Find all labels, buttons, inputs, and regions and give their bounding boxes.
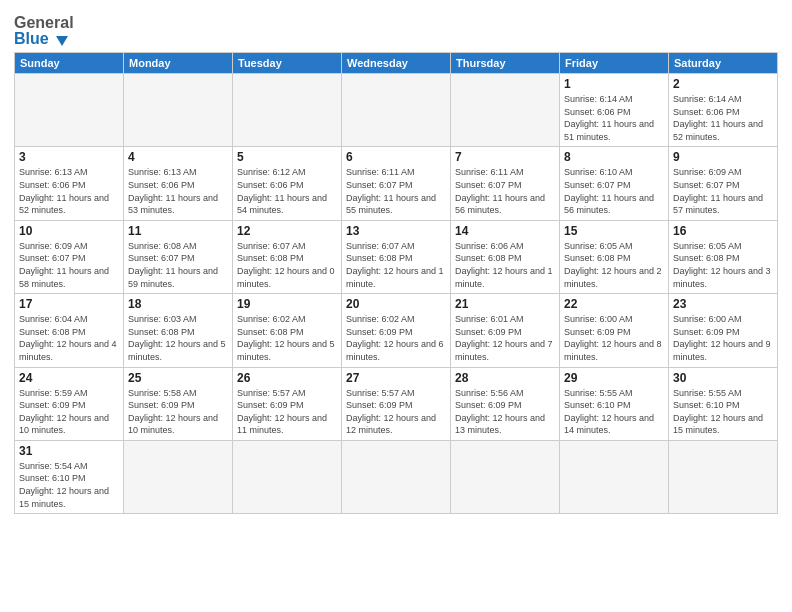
calendar-cell: 24Sunrise: 5:59 AM Sunset: 6:09 PM Dayli… (15, 367, 124, 440)
day-info: Sunrise: 5:57 AM Sunset: 6:09 PM Dayligh… (346, 387, 446, 437)
day-info: Sunrise: 5:54 AM Sunset: 6:10 PM Dayligh… (19, 460, 119, 510)
calendar-cell: 3Sunrise: 6:13 AM Sunset: 6:06 PM Daylig… (15, 147, 124, 220)
day-number: 22 (564, 297, 664, 311)
calendar-cell (669, 440, 778, 513)
calendar-cell (233, 440, 342, 513)
calendar-cell: 6Sunrise: 6:11 AM Sunset: 6:07 PM Daylig… (342, 147, 451, 220)
day-number: 5 (237, 150, 337, 164)
calendar-cell: 19Sunrise: 6:02 AM Sunset: 6:08 PM Dayli… (233, 294, 342, 367)
day-info: Sunrise: 6:03 AM Sunset: 6:08 PM Dayligh… (128, 313, 228, 363)
calendar-cell: 26Sunrise: 5:57 AM Sunset: 6:09 PM Dayli… (233, 367, 342, 440)
day-info: Sunrise: 5:56 AM Sunset: 6:09 PM Dayligh… (455, 387, 555, 437)
calendar-cell (124, 440, 233, 513)
day-number: 15 (564, 224, 664, 238)
day-info: Sunrise: 6:12 AM Sunset: 6:06 PM Dayligh… (237, 166, 337, 216)
calendar-cell: 23Sunrise: 6:00 AM Sunset: 6:09 PM Dayli… (669, 294, 778, 367)
day-number: 30 (673, 371, 773, 385)
calendar-cell: 18Sunrise: 6:03 AM Sunset: 6:08 PM Dayli… (124, 294, 233, 367)
calendar-cell (15, 74, 124, 147)
calendar-cell: 20Sunrise: 6:02 AM Sunset: 6:09 PM Dayli… (342, 294, 451, 367)
day-info: Sunrise: 6:11 AM Sunset: 6:07 PM Dayligh… (455, 166, 555, 216)
day-number: 28 (455, 371, 555, 385)
calendar-cell: 27Sunrise: 5:57 AM Sunset: 6:09 PM Dayli… (342, 367, 451, 440)
day-info: Sunrise: 6:06 AM Sunset: 6:08 PM Dayligh… (455, 240, 555, 290)
day-number: 17 (19, 297, 119, 311)
calendar-cell: 8Sunrise: 6:10 AM Sunset: 6:07 PM Daylig… (560, 147, 669, 220)
day-info: Sunrise: 6:13 AM Sunset: 6:06 PM Dayligh… (128, 166, 228, 216)
day-info: Sunrise: 6:11 AM Sunset: 6:07 PM Dayligh… (346, 166, 446, 216)
day-info: Sunrise: 6:14 AM Sunset: 6:06 PM Dayligh… (564, 93, 664, 143)
day-info: Sunrise: 5:58 AM Sunset: 6:09 PM Dayligh… (128, 387, 228, 437)
weekday-sunday: Sunday (15, 53, 124, 74)
calendar-cell: 12Sunrise: 6:07 AM Sunset: 6:08 PM Dayli… (233, 220, 342, 293)
calendar-cell: 21Sunrise: 6:01 AM Sunset: 6:09 PM Dayli… (451, 294, 560, 367)
calendar-cell: 2Sunrise: 6:14 AM Sunset: 6:06 PM Daylig… (669, 74, 778, 147)
day-number: 14 (455, 224, 555, 238)
calendar-cell: 16Sunrise: 6:05 AM Sunset: 6:08 PM Dayli… (669, 220, 778, 293)
calendar-cell: 7Sunrise: 6:11 AM Sunset: 6:07 PM Daylig… (451, 147, 560, 220)
day-number: 7 (455, 150, 555, 164)
day-number: 23 (673, 297, 773, 311)
calendar-cell: 11Sunrise: 6:08 AM Sunset: 6:07 PM Dayli… (124, 220, 233, 293)
weekday-monday: Monday (124, 53, 233, 74)
calendar-cell: 5Sunrise: 6:12 AM Sunset: 6:06 PM Daylig… (233, 147, 342, 220)
day-info: Sunrise: 6:00 AM Sunset: 6:09 PM Dayligh… (564, 313, 664, 363)
weekday-header-row: SundayMondayTuesdayWednesdayThursdayFrid… (15, 53, 778, 74)
svg-marker-2 (56, 36, 68, 46)
calendar-cell (233, 74, 342, 147)
calendar-cell: 31Sunrise: 5:54 AM Sunset: 6:10 PM Dayli… (15, 440, 124, 513)
calendar-cell: 10Sunrise: 6:09 AM Sunset: 6:07 PM Dayli… (15, 220, 124, 293)
day-number: 19 (237, 297, 337, 311)
day-number: 20 (346, 297, 446, 311)
calendar-cell (451, 440, 560, 513)
day-info: Sunrise: 5:59 AM Sunset: 6:09 PM Dayligh… (19, 387, 119, 437)
calendar-cell: 14Sunrise: 6:06 AM Sunset: 6:08 PM Dayli… (451, 220, 560, 293)
day-number: 4 (128, 150, 228, 164)
day-number: 9 (673, 150, 773, 164)
logo: General Blue (14, 10, 74, 48)
logo-svg: General Blue (14, 10, 74, 48)
day-number: 18 (128, 297, 228, 311)
day-info: Sunrise: 5:57 AM Sunset: 6:09 PM Dayligh… (237, 387, 337, 437)
day-info: Sunrise: 6:10 AM Sunset: 6:07 PM Dayligh… (564, 166, 664, 216)
weekday-thursday: Thursday (451, 53, 560, 74)
day-info: Sunrise: 5:55 AM Sunset: 6:10 PM Dayligh… (564, 387, 664, 437)
day-info: Sunrise: 6:01 AM Sunset: 6:09 PM Dayligh… (455, 313, 555, 363)
day-number: 1 (564, 77, 664, 91)
day-number: 6 (346, 150, 446, 164)
calendar-cell: 17Sunrise: 6:04 AM Sunset: 6:08 PM Dayli… (15, 294, 124, 367)
calendar-cell (342, 74, 451, 147)
day-info: Sunrise: 6:13 AM Sunset: 6:06 PM Dayligh… (19, 166, 119, 216)
day-number: 27 (346, 371, 446, 385)
calendar-cell: 30Sunrise: 5:55 AM Sunset: 6:10 PM Dayli… (669, 367, 778, 440)
calendar-cell: 29Sunrise: 5:55 AM Sunset: 6:10 PM Dayli… (560, 367, 669, 440)
calendar: SundayMondayTuesdayWednesdayThursdayFrid… (14, 52, 778, 514)
day-info: Sunrise: 6:02 AM Sunset: 6:09 PM Dayligh… (346, 313, 446, 363)
day-number: 3 (19, 150, 119, 164)
svg-text:General: General (14, 14, 74, 31)
calendar-cell (124, 74, 233, 147)
day-info: Sunrise: 6:09 AM Sunset: 6:07 PM Dayligh… (673, 166, 773, 216)
calendar-cell: 25Sunrise: 5:58 AM Sunset: 6:09 PM Dayli… (124, 367, 233, 440)
weekday-friday: Friday (560, 53, 669, 74)
day-number: 31 (19, 444, 119, 458)
calendar-cell: 4Sunrise: 6:13 AM Sunset: 6:06 PM Daylig… (124, 147, 233, 220)
day-info: Sunrise: 6:00 AM Sunset: 6:09 PM Dayligh… (673, 313, 773, 363)
day-info: Sunrise: 5:55 AM Sunset: 6:10 PM Dayligh… (673, 387, 773, 437)
day-info: Sunrise: 6:14 AM Sunset: 6:06 PM Dayligh… (673, 93, 773, 143)
day-number: 13 (346, 224, 446, 238)
calendar-cell: 9Sunrise: 6:09 AM Sunset: 6:07 PM Daylig… (669, 147, 778, 220)
day-info: Sunrise: 6:09 AM Sunset: 6:07 PM Dayligh… (19, 240, 119, 290)
day-number: 24 (19, 371, 119, 385)
calendar-cell: 28Sunrise: 5:56 AM Sunset: 6:09 PM Dayli… (451, 367, 560, 440)
day-info: Sunrise: 6:07 AM Sunset: 6:08 PM Dayligh… (346, 240, 446, 290)
weekday-wednesday: Wednesday (342, 53, 451, 74)
calendar-cell: 22Sunrise: 6:00 AM Sunset: 6:09 PM Dayli… (560, 294, 669, 367)
day-info: Sunrise: 6:05 AM Sunset: 6:08 PM Dayligh… (564, 240, 664, 290)
day-number: 12 (237, 224, 337, 238)
day-number: 10 (19, 224, 119, 238)
day-number: 11 (128, 224, 228, 238)
day-number: 29 (564, 371, 664, 385)
weekday-saturday: Saturday (669, 53, 778, 74)
svg-text:Blue: Blue (14, 30, 49, 47)
